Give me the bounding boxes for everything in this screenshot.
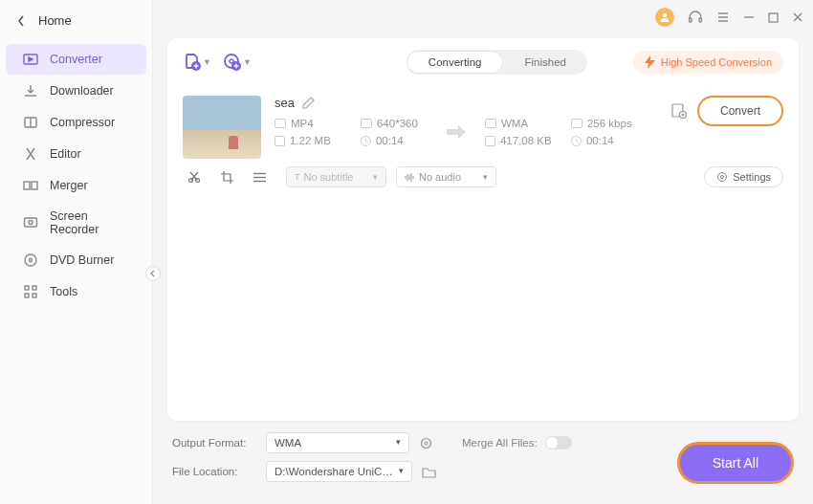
dst-format: WMA (501, 118, 528, 129)
svg-rect-29 (275, 120, 285, 128)
svg-point-26 (230, 59, 233, 63)
svg-rect-22 (25, 294, 29, 297)
headset-icon[interactable] (688, 10, 703, 25)
svg-point-51 (718, 173, 727, 182)
tools-icon (23, 284, 38, 299)
svg-rect-14 (24, 182, 30, 189)
file-location-value: D:\Wondershare UniConverter 1 (275, 466, 399, 477)
settings-button[interactable]: Settings (704, 166, 783, 187)
high-speed-badge[interactable]: High Speed Conversion (633, 51, 783, 74)
svg-rect-32 (485, 120, 495, 128)
add-file-button[interactable]: ▼ (183, 53, 211, 72)
svg-marker-31 (447, 125, 466, 139)
svg-rect-36 (485, 136, 494, 145)
tab-converting[interactable]: Converting (406, 51, 504, 74)
sidebar-item-label: Editor (50, 147, 81, 161)
home-label: Home (38, 13, 72, 28)
bottom-bar: Output Format: WMA ▾ Merge All Files: Fi… (172, 432, 794, 490)
sidebar-item-merger[interactable]: Merger (6, 170, 146, 201)
file-location-select[interactable]: D:\Wondershare UniConverter 1 ▾ (266, 461, 412, 482)
svg-rect-15 (32, 182, 37, 189)
subtitle-select[interactable]: TNo subtitle ▾ (286, 166, 386, 187)
subtitle-value: No subtitle (304, 171, 354, 183)
svg-rect-21 (33, 286, 36, 290)
sidebar-item-label: DVD Burner (50, 253, 114, 267)
svg-rect-7 (769, 13, 778, 22)
svg-rect-2 (699, 18, 702, 22)
dst-bitrate: 256 kbps (587, 118, 632, 129)
sidebar-item-label: Merger (50, 179, 88, 192)
svg-marker-28 (645, 55, 655, 69)
output-settings-icon[interactable] (670, 102, 688, 120)
editor-icon (23, 146, 38, 162)
high-speed-label: High Speed Conversion (661, 56, 772, 68)
svg-point-54 (425, 442, 428, 445)
menu-icon[interactable] (716, 11, 730, 24)
settings-label: Settings (733, 171, 771, 183)
sidebar: Home Converter Downloader Compressor Edi… (0, 0, 153, 504)
sidebar-item-downloader[interactable]: Downloader (6, 76, 146, 106)
arrow-icon (447, 125, 485, 139)
effects-icon[interactable] (248, 166, 271, 187)
src-size: 1.22 MB (290, 135, 331, 146)
chevron-down-icon: ▾ (396, 437, 401, 449)
output-format-select[interactable]: WMA ▾ (266, 432, 409, 453)
svg-point-0 (663, 13, 668, 18)
svg-rect-23 (33, 294, 36, 297)
merge-label: Merge All Files: (462, 437, 538, 449)
src-duration: 00:14 (376, 135, 404, 146)
chevron-down-icon: ▾ (483, 172, 488, 182)
svg-point-52 (721, 176, 724, 179)
dst-size: 417.08 KB (500, 135, 552, 146)
sidebar-item-tools[interactable]: Tools (6, 276, 146, 307)
sidebar-item-compressor[interactable]: Compressor (6, 107, 146, 138)
audio-value: No audio (419, 171, 461, 183)
svg-rect-33 (571, 120, 582, 128)
downloader-icon (23, 83, 38, 99)
compressor-icon (23, 115, 38, 130)
file-row: sea MP4 640*360 WMA 256 kbps 1.22 MB 00:… (183, 94, 783, 195)
tab-group: Converting Finished (406, 50, 587, 75)
src-format: MP4 (291, 118, 314, 129)
open-folder-icon[interactable] (422, 466, 436, 478)
user-avatar[interactable] (655, 8, 674, 27)
sidebar-collapse-button[interactable] (145, 266, 161, 281)
tab-finished[interactable]: Finished (503, 52, 586, 73)
sidebar-home[interactable]: Home (0, 0, 152, 41)
crop-icon[interactable] (215, 166, 238, 187)
sidebar-item-dvd-burner[interactable]: DVD Burner (6, 245, 146, 275)
svg-point-53 (422, 438, 431, 448)
chevron-left-icon (17, 15, 25, 27)
start-all-button[interactable]: Start All (677, 442, 794, 484)
close-icon[interactable] (792, 11, 803, 23)
svg-point-39 (679, 112, 686, 119)
sidebar-item-label: Tools (50, 285, 77, 298)
src-resolution: 640*360 (377, 118, 418, 129)
file-thumbnail[interactable] (183, 96, 261, 159)
sidebar-item-label: Compressor (50, 116, 115, 129)
output-format-label: Output Format: (172, 437, 256, 449)
lightning-icon (645, 55, 655, 69)
convert-button[interactable]: Convert (697, 96, 783, 126)
dvd-burner-icon (23, 252, 38, 268)
output-settings-icon[interactable] (419, 436, 433, 450)
svg-rect-16 (25, 218, 37, 227)
chevron-down-icon: ▾ (373, 172, 378, 182)
merge-toggle[interactable] (545, 436, 572, 449)
file-name: sea (275, 96, 295, 110)
sidebar-item-screen-recorder[interactable]: Screen Recorder (6, 202, 146, 244)
svg-rect-30 (361, 120, 371, 128)
minimize-icon[interactable] (743, 11, 755, 23)
main-panel: ▼ ▼ Converting Finished High Speed Conve… (167, 38, 799, 421)
audio-select[interactable]: No audio ▾ (396, 166, 496, 187)
converter-icon (23, 52, 38, 67)
edit-name-icon[interactable] (302, 97, 315, 109)
add-dvd-button[interactable]: ▼ (223, 53, 252, 72)
dst-duration: 00:14 (586, 135, 614, 146)
sidebar-item-converter[interactable]: Converter (6, 44, 146, 75)
sidebar-item-editor[interactable]: Editor (6, 139, 146, 169)
svg-rect-20 (25, 286, 29, 290)
trim-icon[interactable] (183, 166, 206, 187)
maximize-icon[interactable] (768, 12, 779, 23)
sidebar-item-label: Downloader (50, 84, 114, 98)
